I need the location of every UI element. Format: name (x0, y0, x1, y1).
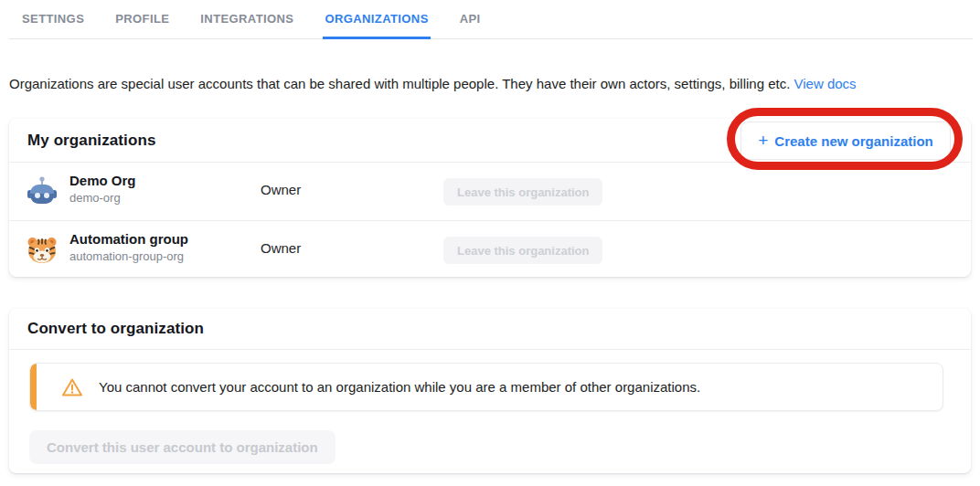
org-identity: Automation group automation-group-org (69, 231, 188, 263)
tab-organizations[interactable]: ORGANIZATIONS (323, 0, 430, 39)
plus-icon: + (758, 132, 768, 149)
convert-to-organization-card: Convert to organization You cannot conve… (9, 309, 971, 473)
org-slug: demo-org (69, 191, 136, 205)
tiger-avatar-icon (26, 234, 59, 267)
org-role: Owner (261, 240, 301, 256)
my-organizations-header: My organizations + Create new organizati… (9, 119, 971, 163)
view-docs-link[interactable]: View docs (794, 76, 857, 91)
org-name: Automation group (69, 231, 188, 247)
tab-settings[interactable]: SETTINGS (20, 0, 86, 39)
org-row-automation-group: Automation group automation-group-org Ow… (9, 221, 971, 280)
org-identity: Demo Org demo-org (69, 173, 136, 205)
my-organizations-card: My organizations + Create new organizati… (9, 119, 971, 277)
warning-text: You cannot convert your account to an or… (99, 379, 700, 395)
convert-title: Convert to organization (27, 320, 204, 338)
org-slug: automation-group-org (69, 249, 188, 263)
intro-description: Organizations are special user accounts … (9, 76, 794, 91)
organizations-settings-page: SETTINGS PROFILE INTEGRATIONS ORGANIZATI… (0, 0, 980, 486)
tab-api[interactable]: API (458, 0, 483, 39)
org-name: Demo Org (69, 173, 136, 188)
intro-text: Organizations are special user accounts … (9, 76, 857, 91)
convert-header: Convert to organization (9, 309, 971, 350)
warning-accent-bar (30, 364, 37, 410)
warning-banner: You cannot convert your account to an or… (29, 363, 943, 411)
org-row-demo-org: Demo Org demo-org Owner Leave this organ… (9, 163, 971, 221)
my-organizations-title: My organizations (27, 132, 155, 150)
tab-profile[interactable]: PROFILE (113, 0, 171, 39)
leave-organization-button[interactable]: Leave this organization (443, 237, 602, 264)
create-new-organization-label: Create new organization (774, 133, 932, 149)
settings-tab-bar: SETTINGS PROFILE INTEGRATIONS ORGANIZATI… (9, 0, 973, 39)
org-role: Owner (261, 182, 301, 197)
create-new-organization-button[interactable]: + Create new organization (740, 122, 951, 160)
warning-triangle-icon (61, 377, 83, 397)
tab-integrations[interactable]: INTEGRATIONS (198, 0, 295, 39)
robot-avatar-icon (26, 175, 59, 208)
convert-account-button[interactable]: Convert this user account to organizatio… (29, 430, 336, 464)
leave-organization-button[interactable]: Leave this organization (443, 178, 602, 206)
